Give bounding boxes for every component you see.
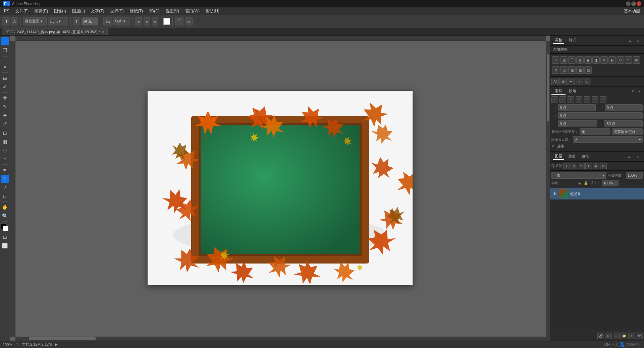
horizontal-scrollbar[interactable] [15,337,546,341]
vibrance-adj-icon[interactable]: ◉ [584,56,592,64]
opentype-btn[interactable]: 段落添加空格 [612,128,643,135]
aa-btn[interactable]: 3a [103,17,112,25]
add-style-btn[interactable]: ⊕ [605,333,612,339]
align-top-btn[interactable]: ≡ [559,96,566,103]
poster-adj-icon[interactable]: ▤ [560,66,568,74]
layers-panel-close[interactable]: × [635,153,641,160]
foreground-color[interactable] [1,224,9,232]
menu-select[interactable]: 选择(S) [108,8,126,15]
pen-adj-icon[interactable]: ✒ [568,78,575,85]
blend-mode-dropdown[interactable]: 正常 ▾ [551,172,606,179]
levels-adj-icon[interactable]: ▨ [560,56,568,64]
paths-tab[interactable]: 路径 [580,153,591,160]
gradient-tool[interactable]: ▦ [1,137,9,146]
move-tool[interactable]: ↔ [1,37,9,45]
path-select-tool[interactable]: ↗ [1,183,9,191]
threshold-adj-icon[interactable]: ▥ [568,66,576,74]
link-layers-btn[interactable]: 🔗 [597,333,604,339]
align-bottom2-btn[interactable]: ≡ [592,96,598,103]
brightness-adj-icon[interactable]: ☀ [552,56,559,64]
align-left-btn[interactable]: ≡ [135,17,142,25]
doc-tab[interactable]: 2022-12-08_111449_剪本.png @ 100% (图层 0, R… [2,28,108,35]
shape2-adj-icon[interactable]: □ [584,78,591,85]
align-adj-icon[interactable]: ⊞ [559,78,567,85]
menu-help[interactable]: 帮助(H) [203,8,222,15]
filter-color-btn[interactable]: ▣ [593,163,599,169]
colormatch-adj-icon[interactable]: ⊞ [633,56,640,64]
font-weight-dropdown[interactable]: Light ▾ [48,17,68,25]
anti-alias-dropdown[interactable]: 锐利 ▾ [113,17,130,25]
char-tab[interactable]: 字符 [551,88,566,95]
tool-mode-btn[interactable]: IT [2,17,10,25]
history-brush[interactable]: ↺ [1,120,9,128]
menu-filter[interactable]: 滤镜(T) [127,8,146,15]
lock-position-btn[interactable]: ∕ [570,180,576,186]
filter-smart-btn[interactable]: ⊞ [600,163,607,169]
align-right-char-btn[interactable]: ≡ [584,96,590,103]
font-family-dropdown[interactable]: 微软雅黑 ▾ [23,17,47,25]
workspace-selector[interactable]: 基本功能 [621,8,643,15]
layer-eye-icon[interactable]: 👁 [552,191,557,196]
align-center-char-btn[interactable]: ≡ [568,96,574,103]
close-tab-btn[interactable]: × [102,30,104,34]
lock-all-btn[interactable]: 🔒 [583,180,589,186]
magic-wand-tool[interactable]: ✦ [1,63,9,71]
font-size-input[interactable]: 14 点 [82,17,98,25]
kerning-input[interactable]: 0 点 [558,120,597,127]
zoom-tool[interactable]: 🔍 [1,212,9,220]
delete-layer-btn[interactable]: 🗑 [636,333,643,339]
adj-tab-adjustment[interactable]: 调整 [553,37,564,44]
select2-adj-icon[interactable]: ↗ [576,78,583,85]
panel-menu-btn[interactable]: ≡ [627,37,634,44]
horizontal-scroll-thumb[interactable] [29,337,96,340]
menu-window[interactable]: 窗口(W) [182,8,202,15]
menu-layer[interactable]: 图层(L) [69,8,88,15]
pen-tool[interactable]: ✒ [1,166,9,174]
hsl-adj-icon[interactable]: ◑ [592,56,600,64]
lasso-tool[interactable]: ⌒ [1,54,9,62]
eyedropper-tool[interactable]: ✐ [1,83,9,91]
char-panel-btn[interactable]: ☷ [185,17,193,25]
lock-pixels-btn[interactable]: □ [563,180,569,186]
vertical-scrollbar[interactable] [546,41,550,337]
channelmix-adj-icon[interactable]: ≡ [625,56,632,64]
panel-close-btn[interactable]: × [635,37,641,44]
baseline-input[interactable]: 0 点 [558,112,643,119]
eraser-tool[interactable]: ◻ [1,129,9,137]
brush-tool[interactable]: ✎ [1,103,9,111]
filter-adj-btn[interactable]: ⊕ [571,163,577,169]
opacity-input[interactable]: 100% [626,172,643,179]
tracking-input[interactable]: 0 点 [605,104,643,111]
opentype-select[interactable]: 无 [580,128,610,135]
align-left-char-btn[interactable]: ≡ [551,96,558,103]
clone-tool[interactable]: ⊕ [1,111,9,119]
quick-mask-btn[interactable]: ⊡ [1,233,9,241]
bw-adj-icon[interactable]: ◐ [608,56,616,64]
menu-text[interactable]: 文字(T) [88,8,107,15]
selective-adj-icon[interactable]: ▧ [584,66,592,74]
text-color-swatch[interactable] [163,18,170,25]
leading-input[interactable]: 0 点 [558,104,596,111]
filter-mode-btn[interactable]: T [585,163,592,169]
add-mask-btn[interactable]: ⬡ [613,333,620,339]
layers-panel-menu[interactable]: ≡ [626,153,633,160]
tracking2-input[interactable]: -80 点 [604,120,643,127]
align-fill-btn[interactable]: ≡ [600,96,606,103]
menu-file[interactable]: 文件(F) [13,8,31,15]
adj-tab-style[interactable]: 样式 [567,37,578,44]
selection-tool[interactable]: ⬚ [1,46,9,54]
invert-adj-icon[interactable]: ⊖ [552,66,559,74]
para-tab[interactable]: 段落 [566,88,580,95]
menu-view[interactable]: 视图(V) [163,8,182,15]
curves-adj-icon[interactable]: ⌒ [568,56,576,64]
photo-adj-icon[interactable]: ⬡ [616,56,624,64]
dodge-tool[interactable]: ○ [1,155,9,163]
font-style-icon-btn[interactable]: A [11,17,18,25]
menu-ps[interactable]: PS [1,8,12,14]
char-panel-close[interactable]: × [636,88,643,95]
filter-effect-btn[interactable]: ✒ [578,163,585,169]
layer-item-0[interactable]: 👁 图层 0 [550,188,644,199]
maximize-button[interactable]: □ [631,1,636,6]
colorbal-adj-icon[interactable]: ⊕ [600,56,608,64]
char-panel-menu[interactable]: ≡ [629,88,636,95]
